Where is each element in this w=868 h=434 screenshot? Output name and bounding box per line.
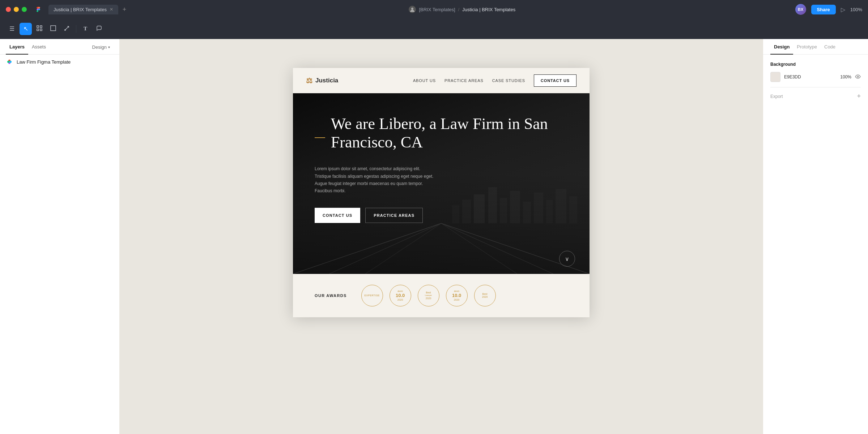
badge-year-4: 2020 — [482, 296, 488, 298]
background-section-title: Background — [770, 62, 861, 67]
svg-rect-4 — [37, 29, 39, 31]
tab-design[interactable]: Design — [770, 39, 793, 55]
hero-content: We are Libero, a Law Firm in San Francis… — [293, 93, 590, 252]
menu-button[interactable]: ☰ — [6, 23, 18, 35]
comment-tool-button[interactable] — [93, 23, 105, 35]
badge-label-4: avvo — [454, 290, 459, 293]
frame-icon — [37, 25, 42, 33]
svg-rect-3 — [40, 26, 42, 27]
color-opacity-value: 100% — [837, 74, 851, 80]
nav-about[interactable]: ABOUT US — [413, 78, 436, 83]
breadcrumb-file: Justicia | BRIX Templates — [462, 7, 515, 12]
badge-label-1: Expertise — [364, 294, 379, 297]
right-panel-tabs: Design Prototype Code — [763, 39, 868, 55]
breadcrumb-team: [BRIX Templates] — [419, 7, 455, 12]
shape-icon — [50, 25, 56, 33]
toolbar: ☰ ↖ T — [0, 19, 868, 39]
nav-links: ABOUT US PRACTICE AREAS CASE STUDIES — [413, 78, 525, 83]
badge-label-2: avvo — [397, 290, 403, 293]
site-navbar: ⚖ Justicia ABOUT US PRACTICE AREAS CASE … — [293, 68, 590, 93]
title-bar: Justicia | BRIX Templates ✕ + [BRIX Temp… — [0, 0, 868, 19]
title-right-controls: BX Share ▷ 100% — [795, 4, 862, 15]
pen-icon — [64, 25, 70, 33]
badge-num-1: 10.0 — [396, 293, 405, 298]
maximize-button[interactable] — [22, 7, 27, 12]
shape-tool-button[interactable] — [47, 23, 59, 35]
right-panel: Design Prototype Code Background E9E3DD … — [763, 39, 868, 434]
awards-title: OUR AWARDS — [315, 293, 347, 298]
svg-rect-6 — [51, 26, 56, 31]
chevron-down-icon: ∨ — [565, 255, 569, 262]
tab-justicia[interactable]: Justicia | BRIX Templates ✕ — [48, 5, 118, 14]
breadcrumb: [BRIX Templates] / Justicia | BRIX Templ… — [129, 6, 795, 13]
pen-tool-button[interactable] — [61, 23, 73, 35]
svg-rect-5 — [40, 29, 42, 31]
award-badge-expertise: Expertise — [361, 285, 383, 306]
comment-icon — [96, 25, 102, 33]
profile-icon — [409, 6, 416, 13]
background-color-row: E9E3DD 100% — [770, 72, 861, 82]
nav-cases[interactable]: CASE STUDIES — [492, 78, 525, 83]
badge-year-2: 2020 — [426, 297, 431, 300]
hero-practice-button[interactable]: PRACTICE AREAS — [365, 208, 423, 223]
traffic-lights — [6, 7, 27, 12]
color-hex-value: E9E3DD — [784, 74, 833, 80]
color-swatch[interactable] — [770, 72, 780, 82]
nav-cta-button[interactable]: CONTACT US — [534, 74, 576, 87]
play-button[interactable]: ▷ — [841, 6, 845, 13]
badge-sub-1: Lawyer — [425, 294, 432, 297]
tab-layers[interactable]: Layers — [6, 39, 28, 55]
chevron-down-icon: ▾ — [108, 45, 110, 49]
select-tool-button[interactable]: ↖ — [20, 23, 32, 35]
tab-label: Justicia | BRIX Templates — [54, 7, 107, 12]
svg-point-1 — [411, 8, 413, 10]
hero-title: We are Libero, a Law Firm in San Francis… — [331, 115, 568, 151]
design-frame: ⚖ Justicia ABOUT US PRACTICE AREAS CASE … — [293, 68, 590, 317]
logo-text: Justicia — [315, 77, 338, 84]
tab-close-icon[interactable]: ✕ — [110, 7, 113, 12]
export-row: Export + — [770, 93, 861, 100]
hero-contact-button[interactable]: CONTACT US — [315, 208, 360, 223]
export-label: Export — [770, 94, 783, 99]
export-add-button[interactable]: + — [857, 93, 861, 100]
site-hero: We are Libero, a Law Firm in San Francis… — [293, 93, 590, 274]
tab-assets[interactable]: Assets — [28, 39, 50, 55]
hero-description: Lorem ipsum dolor sit amet, consectetur … — [315, 165, 438, 195]
design-mode-button[interactable]: Design ▾ — [89, 39, 114, 54]
tab-code[interactable]: Code — [821, 39, 839, 55]
frame-tool-button[interactable] — [33, 23, 46, 35]
select-icon: ↖ — [24, 25, 28, 32]
canvas-area[interactable]: ⚖ Justicia ABOUT US PRACTICE AREAS CASE … — [119, 39, 763, 434]
minimize-button[interactable] — [14, 7, 19, 12]
tab-prototype[interactable]: Prototype — [793, 39, 821, 55]
right-panel-content: Background E9E3DD 100% Export + — [763, 55, 868, 107]
badge-year-1: 2020 — [397, 298, 403, 301]
new-tab-button[interactable]: + — [120, 5, 129, 14]
visibility-icon[interactable] — [855, 74, 861, 80]
list-item[interactable]: Law Firm Figma Template — [0, 55, 119, 69]
award-badge-avvo-2: avvo 10.0 2020 — [446, 285, 468, 306]
figma-layer-icon — [6, 58, 13, 65]
award-badge-avvo-1: avvo 10.0 2020 — [390, 285, 411, 306]
share-button[interactable]: Share — [811, 5, 836, 14]
zoom-control[interactable]: 100% — [850, 7, 862, 12]
text-tool-button[interactable]: T — [79, 23, 92, 35]
left-panel: Layers Assets Design ▾ Law Firm Figma Te… — [0, 39, 119, 434]
figma-icon — [34, 5, 43, 14]
badge-label-3: Best — [426, 291, 431, 294]
site-awards: OUR AWARDS Expertise avvo 10.0 2020 Best — [293, 274, 590, 317]
svg-point-12 — [857, 76, 859, 77]
svg-point-11 — [9, 61, 12, 63]
close-button[interactable] — [6, 7, 11, 12]
hero-accent-line — [315, 137, 325, 138]
breadcrumb-separator: / — [458, 7, 460, 12]
site-logo: ⚖ Justicia — [306, 76, 338, 85]
svg-point-10 — [7, 61, 9, 63]
tab-area: Justicia | BRIX Templates ✕ + — [48, 5, 129, 14]
panel-tabs: Layers Assets Design ▾ — [0, 39, 119, 55]
user-avatar[interactable]: BX — [795, 4, 806, 15]
nav-practice[interactable]: PRACTICE AREAS — [444, 78, 484, 83]
award-badge-best-1: Best Lawyer 2020 — [418, 285, 439, 306]
scroll-down-button[interactable]: ∨ — [559, 251, 575, 267]
badge-label-5: Best — [482, 293, 488, 296]
